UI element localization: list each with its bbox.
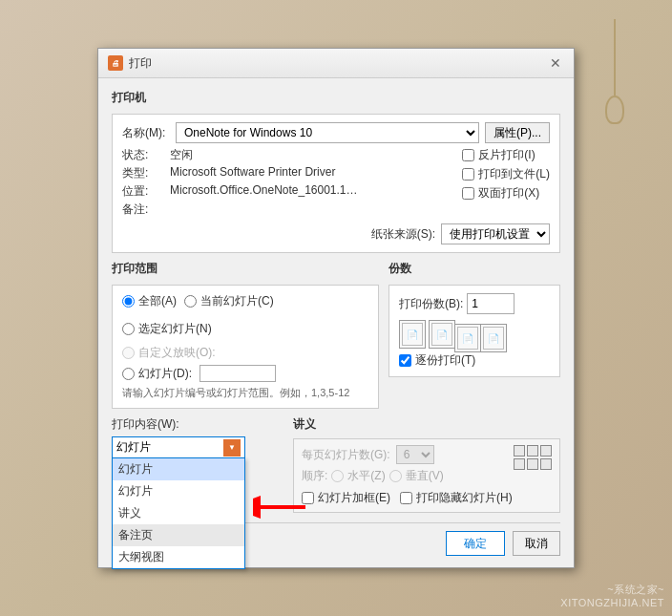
range-section-label: 打印范围 xyxy=(112,261,379,277)
dropdown-item-0[interactable]: 幻灯片 xyxy=(113,458,244,480)
copies-section: 打印份数(B): 📄 📄 📄 xyxy=(388,285,560,377)
duplex-row: 双面打印(X) xyxy=(462,185,550,202)
copies-section-label: 份数 xyxy=(388,261,560,277)
paper-source-label: 纸张来源(S): xyxy=(371,226,435,243)
slides-label: 幻灯片(D): xyxy=(138,366,192,382)
dropdown-item-1[interactable]: 幻灯片 xyxy=(113,480,244,502)
location-row: 位置: Microsoft.Office.OneNote_16001.12730… xyxy=(122,183,452,200)
type-value: Microsoft Software Printer Driver xyxy=(170,165,452,179)
content-section: 打印内容(W): 幻灯片 ▼ 幻灯片 幻灯片 讲义 备注页 大纲视图 xyxy=(112,416,284,513)
printer-name-select[interactable]: OneNote for Windows 10 xyxy=(176,122,479,143)
content-dropdown-list: 幻灯片 幻灯片 讲义 备注页 大纲视图 xyxy=(112,457,245,569)
dialog-title: 打印 xyxy=(129,55,152,72)
title-bar: 🖨 打印 ✕ xyxy=(98,49,574,78)
custom-label: 自定义放映(O): xyxy=(138,345,216,361)
grid-cell-5 xyxy=(527,458,538,470)
handout-section: 讲义 每页幻灯片数(G): 6 xyxy=(293,416,560,513)
handout-title: 讲义 xyxy=(293,416,560,433)
dialog-icon: 🖨 xyxy=(108,55,123,71)
printer-checkboxes: 反片打印(I) 打印到文件(L) 双面打印(X) xyxy=(462,147,550,220)
frame-label: 幻灯片加框(E) xyxy=(318,490,390,506)
watermark: ~系统之家~XITONGZHIJIA.NET xyxy=(560,583,664,608)
content-dropdown[interactable]: 幻灯片 ▼ xyxy=(112,436,245,457)
properties-button[interactable]: 属性(P)... xyxy=(485,122,550,143)
frame-checkbox[interactable] xyxy=(302,492,314,504)
location-value: Microsoft.Office.OneNote_16001.12730.201… xyxy=(170,183,361,197)
print-to-file-row: 打印到文件(L) xyxy=(462,166,550,182)
current-label: 当前幻灯片(C) xyxy=(200,293,274,309)
selected-radio[interactable] xyxy=(122,323,135,335)
type-row: 类型: Microsoft Software Printer Driver xyxy=(122,165,452,181)
print-to-file-label: 打印到文件(L) xyxy=(478,166,550,182)
collate-row: 逐份打印(T) xyxy=(399,352,550,369)
ok-button[interactable]: 确定 xyxy=(446,531,505,556)
horizontal-label: 水平(Z) xyxy=(347,468,385,484)
copies-input[interactable] xyxy=(467,293,514,314)
frame-hidden-row: 幻灯片加框(E) 打印隐藏幻灯片(H) xyxy=(302,490,552,506)
content-label: 打印内容(W): xyxy=(112,416,284,433)
all-radio[interactable] xyxy=(122,295,135,308)
status-row: 状态: 空闲 xyxy=(122,147,452,163)
vertical-label: 垂直(V) xyxy=(406,468,444,484)
reverse-print-row: 反片打印(I) xyxy=(462,147,550,163)
per-page-select[interactable]: 6 xyxy=(396,445,434,464)
reverse-print-label: 反片打印(I) xyxy=(478,147,535,163)
horizontal-radio[interactable] xyxy=(331,470,344,482)
current-radio[interactable] xyxy=(184,295,197,308)
order-label: 顺序: xyxy=(302,468,327,484)
range-section: 全部(A) 当前幻灯片(C) 选定幻灯片(N) 自定义放映( xyxy=(112,285,379,409)
close-button[interactable]: ✕ xyxy=(547,54,564,72)
grid-cell-3 xyxy=(540,445,552,457)
paper-source-row: 纸张来源(S): 使用打印机设置 xyxy=(122,223,550,244)
slides-radio[interactable] xyxy=(122,368,135,380)
notes-row: 备注: xyxy=(122,202,452,218)
handout-box: 每页幻灯片数(G): 6 顺序 xyxy=(293,438,560,513)
custom-radio-row: 自定义放映(O): xyxy=(122,345,368,361)
content-handout-row: 打印内容(W): 幻灯片 ▼ 幻灯片 幻灯片 讲义 备注页 大纲视图 xyxy=(112,416,560,513)
order-row: 顺序: 水平(Z) 垂直(V) xyxy=(302,468,552,484)
copy-icon-1: 📄 xyxy=(399,320,426,349)
cancel-button[interactable]: 取消 xyxy=(513,531,560,556)
print-to-file-checkbox[interactable] xyxy=(462,168,474,181)
print-dialog: 🖨 打印 ✕ 打印机 名称(M): OneNote for Windows 10… xyxy=(97,48,575,568)
ok-cancel-buttons: 确定 取消 xyxy=(446,531,560,556)
hidden-row: 打印隐藏幻灯片(H) xyxy=(400,490,513,506)
grid-cell-4 xyxy=(514,458,525,470)
reverse-print-checkbox[interactable] xyxy=(462,149,474,161)
handout-grid xyxy=(514,445,552,470)
duplex-checkbox[interactable] xyxy=(462,187,474,200)
slide-hint: 请输入幻灯片编号或幻灯片范围。例如，1,3,5-12 xyxy=(122,386,368,400)
collate-label: 逐份打印(T) xyxy=(415,352,475,369)
grid-cell-6 xyxy=(540,458,552,470)
per-page-label: 每页幻灯片数(G): xyxy=(302,447,390,463)
collate-checkbox[interactable] xyxy=(399,354,411,367)
range-copies-row: 打印范围 全部(A) 当前幻灯片(C) 选定幻灯片(N) xyxy=(112,261,560,409)
grid-cell-1 xyxy=(514,445,525,457)
dropdown-item-2[interactable]: 讲义 xyxy=(113,502,244,524)
current-radio-row: 当前幻灯片(C) xyxy=(184,293,274,309)
dropdown-item-3[interactable]: 备注页 xyxy=(113,524,244,546)
hidden-checkbox[interactable] xyxy=(400,492,412,504)
notes-label: 备注: xyxy=(122,202,170,218)
copy-icon-3: 📄 xyxy=(454,324,481,352)
vertical-radio[interactable] xyxy=(389,470,402,482)
duplex-label: 双面打印(X) xyxy=(478,185,539,202)
type-label: 类型: xyxy=(122,165,170,181)
location-label: 位置: xyxy=(122,183,170,200)
paper-source-select[interactable]: 使用打印机设置 xyxy=(441,223,550,244)
selected-radio-row: 选定幻灯片(N) xyxy=(122,321,212,337)
dropdown-arrow-icon: ▼ xyxy=(223,439,241,457)
slides-input[interactable] xyxy=(200,365,276,382)
printer-section-label: 打印机 xyxy=(112,90,560,106)
custom-radio[interactable] xyxy=(122,347,135,359)
copies-icons: 📄 📄 📄 📄 xyxy=(399,320,550,349)
copies-count-label: 打印份数(B): xyxy=(399,296,463,312)
copy-icon-4: 📄 xyxy=(480,324,507,352)
all-radio-row: 全部(A) xyxy=(122,293,177,309)
grid-cell-2 xyxy=(527,445,538,457)
printer-name-label: 名称(M): xyxy=(122,125,170,141)
content-selected: 幻灯片 xyxy=(116,439,151,456)
slides-radio-row: 幻灯片(D): xyxy=(122,365,368,382)
all-label: 全部(A) xyxy=(138,293,177,309)
dropdown-item-4[interactable]: 大纲视图 xyxy=(113,546,244,568)
